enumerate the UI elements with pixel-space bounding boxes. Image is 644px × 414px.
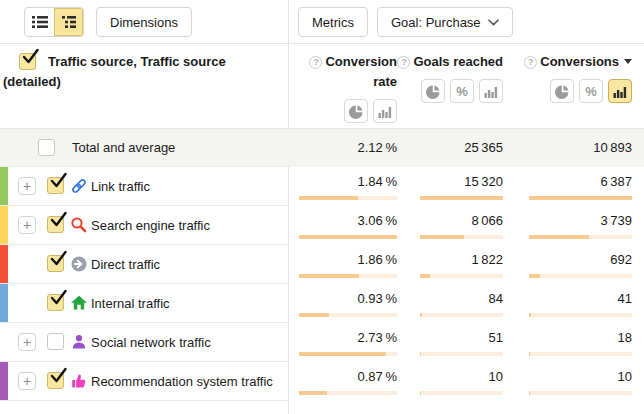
metric-bar-fill — [420, 235, 464, 239]
conversion-rate-value: 1.86 % — [358, 252, 397, 267]
table-row-social-network-traffic: + Social network traffic 2.73 % 51 18 — [0, 323, 644, 362]
conversions-value: 3 739 — [600, 213, 632, 228]
percent-toggle[interactable]: % — [579, 79, 603, 103]
dimensions-button[interactable]: Dimensions — [96, 7, 192, 37]
goals-reached-value: 51 — [489, 330, 503, 345]
question-icon: ? — [397, 56, 410, 69]
metric-bar — [529, 196, 632, 200]
expand-button[interactable]: + — [18, 177, 36, 195]
goals-reached-value: 25 365 — [464, 140, 503, 155]
chevron-down-icon — [488, 19, 499, 26]
bar-chart-icon — [378, 104, 392, 118]
row-label[interactable]: Social network traffic — [91, 323, 211, 362]
link-icon — [70, 177, 88, 195]
pie-chart-toggle[interactable] — [421, 79, 445, 103]
pie-chart-toggle[interactable] — [344, 99, 368, 123]
row-checkbox[interactable] — [47, 255, 64, 272]
checkmark-icon — [49, 290, 68, 307]
checkmark-icon — [49, 173, 68, 190]
row-color-bar — [0, 167, 8, 206]
metric-bar — [420, 274, 503, 278]
bar-chart-toggle[interactable] — [373, 99, 397, 123]
metric-bar — [529, 391, 632, 395]
row-checkbox[interactable] — [38, 139, 55, 156]
checkmark-icon — [49, 368, 68, 385]
metric-bar — [299, 235, 397, 239]
tree-view-button[interactable] — [54, 8, 83, 36]
metric-bar-fill — [299, 313, 329, 317]
metric-bar-fill — [529, 235, 589, 239]
bar-chart-toggle[interactable] — [479, 79, 503, 103]
metric-bar-fill — [420, 196, 503, 200]
pie-chart-icon — [349, 104, 364, 119]
plus-icon: + — [23, 179, 31, 193]
row-label[interactable]: Internal traffic — [91, 284, 170, 323]
view-mode-switcher — [24, 7, 84, 37]
search-icon — [70, 216, 88, 234]
plus-icon: + — [23, 218, 31, 232]
metric-bar — [529, 235, 632, 239]
column-title-goals-reached[interactable]: ?Goals reached — [397, 52, 503, 72]
display-toggles — [290, 99, 397, 123]
metric-bar — [299, 196, 397, 200]
percent-icon: % — [456, 84, 468, 99]
expand-button[interactable]: + — [18, 372, 36, 390]
column-header-conversions: ?Conversions % — [503, 44, 632, 103]
metric-bar-fill — [299, 352, 386, 356]
metric-bar — [529, 352, 632, 356]
table-row-direct-traffic: Direct traffic 1.86 % 1 822 692 — [0, 245, 644, 284]
metrics-button[interactable]: Metrics — [298, 7, 368, 37]
row-label[interactable]: Recommendation system traffic — [91, 362, 273, 401]
row-label[interactable]: Link traffic — [91, 167, 150, 206]
conversions-value: 18 — [618, 330, 632, 345]
metric-bar — [420, 196, 503, 200]
conversion-rate-value: 2.73 % — [358, 330, 397, 345]
column-title-conversions[interactable]: ?Conversions — [503, 52, 632, 72]
question-icon: ? — [309, 56, 322, 69]
expand-button[interactable]: + — [18, 333, 36, 351]
row-checkbox[interactable] — [47, 294, 64, 311]
list-view-button[interactable] — [25, 8, 54, 36]
column-label: Goals reached — [413, 54, 503, 69]
row-label[interactable]: Search engine traffic — [91, 206, 210, 245]
thumb-up-icon — [70, 372, 88, 390]
metric-bar-fill — [420, 274, 430, 278]
pie-chart-toggle[interactable] — [550, 79, 574, 103]
row-checkbox[interactable] — [47, 333, 64, 350]
goals-reached-value: 15 320 — [464, 174, 503, 189]
goals-reached-value: 84 — [489, 291, 503, 306]
goal-selector-label: Goal: Purchase — [391, 15, 481, 30]
metric-bar-fill — [420, 352, 421, 356]
goal-selector-button[interactable]: Goal: Purchase — [377, 7, 513, 37]
total-row: Total and average 2.12 % 25 365 10 893 — [0, 129, 644, 167]
percent-toggle[interactable]: % — [450, 79, 474, 103]
goals-reached-value: 10 — [489, 369, 503, 384]
row-checkbox[interactable] — [47, 216, 64, 233]
metric-bar — [420, 313, 503, 317]
row-checkbox[interactable] — [47, 177, 64, 194]
metric-bar — [420, 391, 503, 395]
bar-chart-icon — [613, 84, 627, 98]
row-label[interactable]: Direct traffic — [91, 245, 160, 284]
conversion-rate-value: 3.06 % — [358, 213, 397, 228]
row-color-bar — [0, 362, 8, 401]
metric-bar-fill — [299, 274, 359, 278]
goals-reached-value: 8 066 — [471, 213, 503, 228]
sort-desc-icon — [624, 59, 632, 64]
bar-chart-toggle-selected[interactable] — [608, 79, 632, 103]
metric-bar — [299, 391, 397, 395]
tree-view-icon — [61, 15, 77, 29]
select-all-checkbox[interactable] — [19, 53, 36, 70]
metric-bar-fill — [299, 391, 327, 395]
checkmark-icon — [21, 49, 40, 66]
row-color-bar — [0, 284, 8, 323]
table-row-internal-traffic: Internal traffic 0.93 % 84 41 — [0, 284, 644, 323]
list-view-icon — [32, 15, 48, 29]
column-title-conversion-rate[interactable]: ?Conversion rate — [290, 52, 397, 92]
expand-button[interactable]: + — [18, 216, 36, 234]
conversions-value: 41 — [618, 291, 632, 306]
table-row-search-engine-traffic: + Search engine traffic 3.06 % 8 066 3 7… — [0, 206, 644, 245]
conversions-value: 10 — [618, 369, 632, 384]
row-checkbox[interactable] — [47, 372, 64, 389]
conversion-rate-value: 1.84 % — [358, 174, 397, 189]
